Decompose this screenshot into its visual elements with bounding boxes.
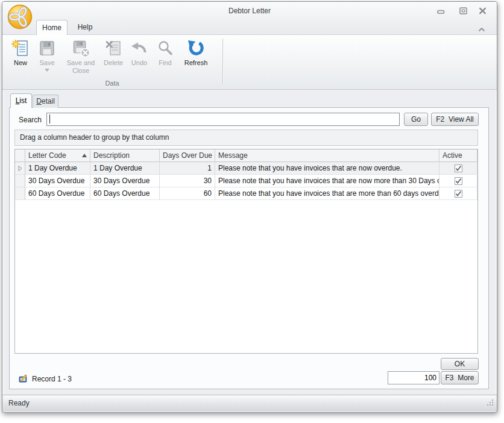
delete-icon xyxy=(104,39,123,58)
cell-letter-code[interactable]: 60 Days Overdue xyxy=(25,187,90,200)
cell-message[interactable]: Please note that you have invoices that … xyxy=(215,175,439,187)
save-and-close-button[interactable]: Save and Close xyxy=(61,37,100,75)
go-button[interactable]: Go xyxy=(404,113,428,126)
cell-days-over-due[interactable]: 30 xyxy=(160,175,215,187)
delete-button[interactable]: Delete xyxy=(100,37,127,75)
table-row[interactable]: 60 Days Overdue 60 Days Overdue 60 Pleas… xyxy=(15,187,477,200)
cell-description[interactable]: 30 Days Overdue xyxy=(90,175,160,187)
close-icon xyxy=(479,6,487,17)
chevron-up-icon xyxy=(477,27,486,33)
ribbon: New Save xyxy=(2,34,497,90)
column-header-message[interactable]: Message xyxy=(215,149,439,162)
row-indicator xyxy=(15,175,25,187)
find-button-label: Find xyxy=(159,59,171,67)
search-input[interactable] xyxy=(46,113,400,126)
cell-days-over-due[interactable]: 1 xyxy=(160,162,215,175)
tab-detail-rest: etail xyxy=(42,97,55,105)
new-button[interactable]: New xyxy=(8,37,33,75)
minimize-button[interactable] xyxy=(436,7,445,16)
save-and-close-button-label: Save and Close xyxy=(61,59,100,75)
view-all-button[interactable]: F2 View All xyxy=(431,113,479,126)
row-indicator xyxy=(15,187,25,200)
column-header-days-over-due[interactable]: Days Over Due xyxy=(160,149,215,162)
cell-letter-code[interactable]: 1 Day Overdue xyxy=(25,162,90,175)
checkbox-checked-icon[interactable] xyxy=(455,164,462,172)
app-window: Debtor Letter xyxy=(2,1,497,413)
tab-detail-accesskey: D xyxy=(36,97,42,105)
row-arrow-icon xyxy=(18,166,22,171)
undo-icon xyxy=(130,39,149,58)
cell-active[interactable] xyxy=(439,187,477,200)
cell-description[interactable]: 1 Day Overdue xyxy=(90,162,160,175)
desktop: Debtor Letter xyxy=(0,0,504,423)
window-title: Debtor Letter xyxy=(2,7,497,15)
restore-button[interactable] xyxy=(459,7,467,16)
grid-header-row: Letter Code Description Days Over Due Me… xyxy=(15,149,477,162)
notebook-pencil-icon xyxy=(18,373,28,383)
new-button-label: New xyxy=(14,59,27,67)
more-button[interactable]: F3 More xyxy=(441,371,479,384)
new-document-icon xyxy=(11,39,30,58)
checkbox-checked-icon[interactable] xyxy=(455,177,462,185)
ribbon-group-data: New Save xyxy=(4,36,221,89)
column-header-label: Letter Code xyxy=(28,149,66,161)
resize-grip[interactable] xyxy=(487,398,494,409)
cell-message[interactable]: Please note that you have invoices that … xyxy=(215,162,439,175)
status-bar: Ready xyxy=(2,395,497,412)
save-dropdown-icon[interactable] xyxy=(45,69,49,72)
record-count-label: Record 1 - 3 xyxy=(32,375,72,383)
find-button[interactable]: Find xyxy=(152,37,178,75)
column-header-letter-code[interactable]: Letter Code xyxy=(25,149,90,162)
checkbox-checked-icon[interactable] xyxy=(455,190,462,198)
status-text: Ready xyxy=(8,399,30,407)
collapse-ribbon-button[interactable] xyxy=(477,24,487,31)
cell-active[interactable] xyxy=(439,162,477,175)
ribbon-tab-home[interactable]: Home xyxy=(36,20,68,35)
data-grid: Letter Code Description Days Over Due Me… xyxy=(14,149,478,354)
text-caret xyxy=(49,114,50,124)
sort-ascending-icon xyxy=(82,154,87,157)
minimize-icon xyxy=(437,6,445,17)
delete-button-label: Delete xyxy=(104,59,123,67)
trefoil-logo-icon xyxy=(7,4,33,30)
column-header-description[interactable]: Description xyxy=(90,149,160,162)
record-count-icon xyxy=(18,373,28,383)
table-row[interactable]: 30 Days Overdue 30 Days Overdue 30 Pleas… xyxy=(15,175,477,187)
ribbon-group-label: Data xyxy=(4,80,221,87)
cell-message[interactable]: Please note that you have invoices that … xyxy=(215,187,439,200)
cell-active[interactable] xyxy=(439,175,477,187)
save-icon xyxy=(37,39,57,58)
app-menu-button[interactable] xyxy=(7,4,33,30)
tab-list-rest: ist xyxy=(19,96,27,105)
close-button[interactable] xyxy=(478,7,487,16)
undo-button[interactable]: Undo xyxy=(127,37,152,75)
cell-days-over-due[interactable]: 60 xyxy=(160,187,215,200)
search-label: Search xyxy=(19,116,42,124)
group-by-area[interactable]: Drag a column header to group by that co… xyxy=(14,130,478,146)
table-row[interactable]: 1 Day Overdue 1 Day Overdue 1 Please not… xyxy=(15,162,477,175)
current-row-indicator xyxy=(15,162,25,175)
ok-button[interactable]: OK xyxy=(441,358,479,370)
find-icon xyxy=(156,39,175,58)
resize-grip-icon xyxy=(487,400,494,406)
restore-icon xyxy=(459,6,467,17)
column-header-active[interactable]: Active xyxy=(439,149,477,162)
save-and-close-icon xyxy=(71,39,90,58)
list-panel: Search Go F2 View All Drag a column head… xyxy=(9,107,489,389)
save-button-label: Save xyxy=(39,59,54,67)
tab-list[interactable]: List xyxy=(10,93,32,108)
page-size-input[interactable] xyxy=(388,371,439,384)
refresh-icon xyxy=(186,39,206,58)
refresh-button[interactable]: Refresh xyxy=(178,37,213,75)
cell-letter-code[interactable]: 30 Days Overdue xyxy=(25,175,90,187)
ribbon-group-separator xyxy=(222,39,224,84)
cell-description[interactable]: 60 Days Overdue xyxy=(90,187,160,200)
indicator-column-header xyxy=(15,149,25,162)
ribbon-tab-help[interactable]: Help xyxy=(70,20,100,34)
undo-button-label: Undo xyxy=(131,59,147,67)
save-button[interactable]: Save xyxy=(33,37,61,75)
tab-detail[interactable]: Detail xyxy=(33,95,58,108)
refresh-button-label: Refresh xyxy=(184,59,208,67)
